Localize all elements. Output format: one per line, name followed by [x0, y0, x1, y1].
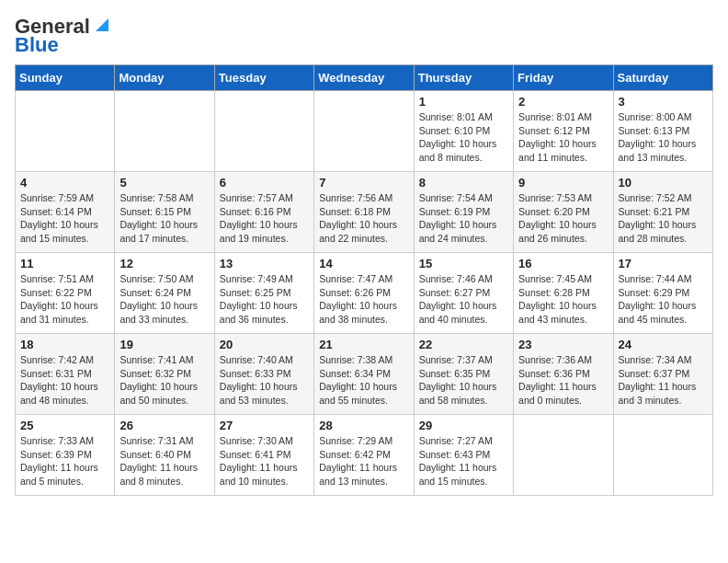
calendar-cell: 1Sunrise: 8:01 AM Sunset: 6:10 PM Daylig…	[414, 91, 513, 172]
day-number: 15	[419, 257, 508, 270]
calendar-cell: 11Sunrise: 7:51 AM Sunset: 6:22 PM Dayli…	[16, 253, 115, 334]
day-info: Sunrise: 7:53 AM Sunset: 6:20 PM Dayligh…	[518, 191, 608, 246]
calendar-cell: 15Sunrise: 7:46 AM Sunset: 6:27 PM Dayli…	[414, 253, 513, 334]
logo-blue: Blue	[15, 33, 59, 57]
calendar-week-row: 18Sunrise: 7:42 AM Sunset: 6:31 PM Dayli…	[16, 334, 713, 415]
day-number: 18	[20, 338, 109, 351]
logo: General Blue	[15, 15, 112, 57]
calendar-cell: 25Sunrise: 7:33 AM Sunset: 6:39 PM Dayli…	[16, 415, 115, 496]
day-number: 4	[20, 176, 109, 190]
calendar-cell: 26Sunrise: 7:31 AM Sunset: 6:40 PM Dayli…	[115, 415, 214, 496]
day-number: 23	[518, 338, 608, 351]
calendar-cell: 22Sunrise: 7:37 AM Sunset: 6:35 PM Dayli…	[414, 334, 513, 415]
day-number: 8	[419, 176, 508, 190]
day-info: Sunrise: 7:27 AM Sunset: 6:43 PM Dayligh…	[419, 434, 508, 488]
day-number: 16	[518, 257, 608, 270]
day-info: Sunrise: 7:40 AM Sunset: 6:33 PM Dayligh…	[220, 353, 309, 408]
day-info: Sunrise: 7:29 AM Sunset: 6:42 PM Dayligh…	[319, 434, 408, 488]
calendar-week-row: 25Sunrise: 7:33 AM Sunset: 6:39 PM Dayli…	[16, 415, 713, 496]
day-number: 19	[119, 338, 209, 351]
day-number: 1	[419, 95, 508, 109]
day-info: Sunrise: 7:52 AM Sunset: 6:21 PM Dayligh…	[619, 191, 708, 246]
day-info: Sunrise: 7:57 AM Sunset: 6:16 PM Dayligh…	[220, 191, 309, 246]
day-info: Sunrise: 7:58 AM Sunset: 6:15 PM Dayligh…	[119, 191, 209, 246]
calendar-cell: 19Sunrise: 7:41 AM Sunset: 6:32 PM Dayli…	[115, 334, 214, 415]
calendar-week-row: 4Sunrise: 7:59 AM Sunset: 6:14 PM Daylig…	[16, 172, 713, 253]
day-info: Sunrise: 7:51 AM Sunset: 6:22 PM Dayligh…	[20, 272, 109, 327]
calendar-header-monday: Monday	[115, 65, 214, 91]
day-number: 22	[419, 338, 508, 351]
calendar-cell: 23Sunrise: 7:36 AM Sunset: 6:36 PM Dayli…	[514, 334, 613, 415]
calendar-cell: 5Sunrise: 7:58 AM Sunset: 6:15 PM Daylig…	[115, 172, 214, 253]
day-number: 12	[119, 257, 209, 270]
day-info: Sunrise: 7:33 AM Sunset: 6:39 PM Dayligh…	[20, 434, 109, 488]
day-info: Sunrise: 7:38 AM Sunset: 6:34 PM Dayligh…	[319, 353, 408, 408]
calendar-cell	[16, 91, 115, 172]
day-number: 24	[619, 338, 708, 351]
day-number: 21	[319, 338, 408, 351]
calendar-cell: 4Sunrise: 7:59 AM Sunset: 6:14 PM Daylig…	[16, 172, 115, 253]
day-info: Sunrise: 7:37 AM Sunset: 6:35 PM Dayligh…	[419, 353, 508, 408]
calendar-cell: 13Sunrise: 7:49 AM Sunset: 6:25 PM Dayli…	[214, 253, 313, 334]
svg-marker-0	[96, 18, 108, 31]
day-info: Sunrise: 7:46 AM Sunset: 6:27 PM Dayligh…	[419, 272, 508, 327]
calendar-cell: 17Sunrise: 7:44 AM Sunset: 6:29 PM Dayli…	[613, 253, 712, 334]
calendar-header-thursday: Thursday	[414, 65, 513, 91]
calendar-header-sunday: Sunday	[16, 65, 115, 91]
day-info: Sunrise: 7:41 AM Sunset: 6:32 PM Dayligh…	[119, 353, 209, 408]
calendar-cell: 20Sunrise: 7:40 AM Sunset: 6:33 PM Dayli…	[214, 334, 313, 415]
day-number: 14	[319, 257, 408, 270]
day-number: 13	[220, 257, 309, 270]
calendar-cell	[115, 91, 214, 172]
calendar-header-wednesday: Wednesday	[314, 65, 414, 91]
calendar-cell: 10Sunrise: 7:52 AM Sunset: 6:21 PM Dayli…	[613, 172, 712, 253]
calendar-cell: 18Sunrise: 7:42 AM Sunset: 6:31 PM Dayli…	[16, 334, 115, 415]
day-info: Sunrise: 8:01 AM Sunset: 6:12 PM Dayligh…	[518, 110, 608, 165]
calendar-table: SundayMondayTuesdayWednesdayThursdayFrid…	[15, 64, 713, 496]
calendar-header-friday: Friday	[514, 65, 613, 91]
calendar-cell: 3Sunrise: 8:00 AM Sunset: 6:13 PM Daylig…	[613, 91, 712, 172]
day-number: 28	[319, 419, 408, 432]
calendar-cell: 29Sunrise: 7:27 AM Sunset: 6:43 PM Dayli…	[414, 415, 513, 496]
calendar-cell: 9Sunrise: 7:53 AM Sunset: 6:20 PM Daylig…	[514, 172, 613, 253]
calendar-cell: 6Sunrise: 7:57 AM Sunset: 6:16 PM Daylig…	[214, 172, 313, 253]
day-number: 5	[119, 176, 209, 190]
day-number: 6	[220, 176, 309, 190]
calendar-cell: 7Sunrise: 7:56 AM Sunset: 6:18 PM Daylig…	[314, 172, 414, 253]
day-info: Sunrise: 7:31 AM Sunset: 6:40 PM Dayligh…	[119, 434, 209, 488]
day-info: Sunrise: 8:00 AM Sunset: 6:13 PM Dayligh…	[619, 110, 708, 165]
day-info: Sunrise: 7:45 AM Sunset: 6:28 PM Dayligh…	[518, 272, 608, 327]
calendar-cell	[314, 91, 414, 172]
day-info: Sunrise: 7:42 AM Sunset: 6:31 PM Dayligh…	[20, 353, 109, 408]
day-info: Sunrise: 7:54 AM Sunset: 6:19 PM Dayligh…	[419, 191, 508, 246]
calendar-cell: 2Sunrise: 8:01 AM Sunset: 6:12 PM Daylig…	[514, 91, 613, 172]
day-number: 7	[319, 176, 408, 190]
day-number: 11	[20, 257, 109, 270]
day-info: Sunrise: 7:34 AM Sunset: 6:37 PM Dayligh…	[619, 353, 708, 408]
calendar-cell: 27Sunrise: 7:30 AM Sunset: 6:41 PM Dayli…	[214, 415, 313, 496]
calendar-cell: 8Sunrise: 7:54 AM Sunset: 6:19 PM Daylig…	[414, 172, 513, 253]
day-number: 29	[419, 419, 508, 432]
day-info: Sunrise: 7:47 AM Sunset: 6:26 PM Dayligh…	[319, 272, 408, 327]
day-info: Sunrise: 7:49 AM Sunset: 6:25 PM Dayligh…	[220, 272, 309, 327]
calendar-week-row: 1Sunrise: 8:01 AM Sunset: 6:10 PM Daylig…	[16, 91, 713, 172]
day-number: 2	[518, 95, 608, 109]
day-number: 25	[20, 419, 109, 432]
calendar-week-row: 11Sunrise: 7:51 AM Sunset: 6:22 PM Dayli…	[16, 253, 713, 334]
day-info: Sunrise: 8:01 AM Sunset: 6:10 PM Dayligh…	[419, 110, 508, 165]
day-info: Sunrise: 7:56 AM Sunset: 6:18 PM Dayligh…	[319, 191, 408, 246]
calendar-cell: 14Sunrise: 7:47 AM Sunset: 6:26 PM Dayli…	[314, 253, 414, 334]
day-info: Sunrise: 7:50 AM Sunset: 6:24 PM Dayligh…	[119, 272, 209, 327]
day-number: 27	[220, 419, 309, 432]
day-number: 17	[619, 257, 708, 270]
header: General Blue	[15, 15, 713, 57]
calendar-header-row: SundayMondayTuesdayWednesdayThursdayFrid…	[16, 65, 713, 91]
logo-arrow-icon	[92, 15, 112, 35]
day-number: 3	[619, 95, 708, 109]
day-info: Sunrise: 7:36 AM Sunset: 6:36 PM Dayligh…	[518, 353, 608, 408]
calendar-cell: 24Sunrise: 7:34 AM Sunset: 6:37 PM Dayli…	[613, 334, 712, 415]
day-info: Sunrise: 7:30 AM Sunset: 6:41 PM Dayligh…	[220, 434, 309, 488]
day-number: 10	[619, 176, 708, 190]
calendar-cell: 28Sunrise: 7:29 AM Sunset: 6:42 PM Dayli…	[314, 415, 414, 496]
calendar-header-saturday: Saturday	[613, 65, 712, 91]
